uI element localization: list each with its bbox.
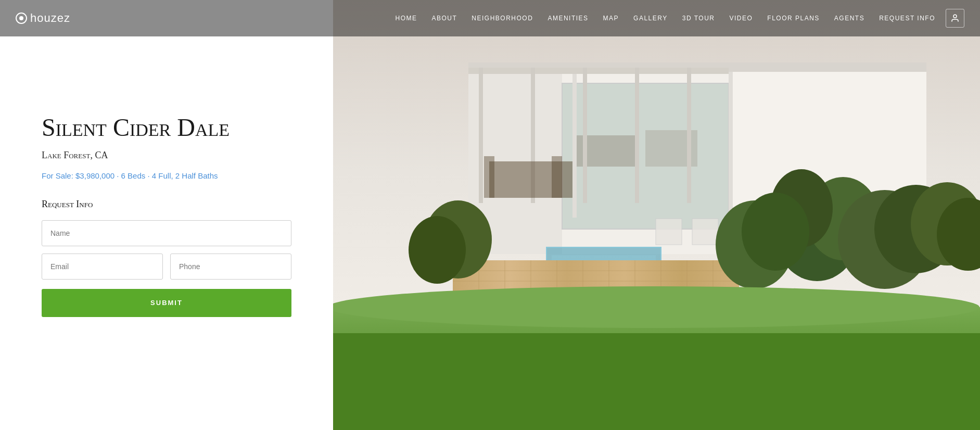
svg-rect-18: [635, 68, 639, 203]
submit-button[interactable]: SUBMIT: [42, 289, 291, 317]
phone-input[interactable]: [170, 254, 291, 280]
logo-icon: [16, 12, 27, 24]
name-field-group: [42, 220, 291, 246]
svg-rect-47: [692, 219, 718, 245]
nav-link-agents[interactable]: AGENTS: [834, 15, 864, 22]
user-icon-button[interactable]: [946, 9, 964, 28]
property-location: Lake Forest, CA: [42, 150, 291, 161]
nav-link-floorplans[interactable]: FLOOR PLANS: [767, 15, 820, 22]
property-info-card: Silent Cider Dale Lake Forest, CA For Sa…: [0, 0, 333, 430]
nav-link-home[interactable]: HOME: [396, 15, 417, 22]
svg-point-56: [742, 193, 809, 271]
nav-link-neighborhood[interactable]: NEIGHBORHOOD: [472, 15, 533, 22]
name-input[interactable]: [42, 220, 291, 246]
nav-link-gallery[interactable]: GALLERY: [633, 15, 668, 22]
nav-link-3dtour[interactable]: 3D TOUR: [682, 15, 715, 22]
brand-logo[interactable]: houzez: [16, 11, 70, 25]
svg-point-58: [409, 216, 466, 284]
request-info-label: Request Info: [42, 199, 291, 210]
nav-link-about[interactable]: ABOUT: [432, 15, 457, 22]
logo-text: houzez: [30, 11, 70, 25]
svg-rect-13: [729, 72, 733, 218]
navbar: houzez HOMEABOUTNEIGHBORHOODAMENITIESMAP…: [0, 0, 980, 36]
svg-rect-12: [572, 72, 577, 218]
svg-rect-61: [328, 333, 980, 430]
logo-inner-circle: [19, 16, 23, 20]
svg-rect-9: [572, 135, 635, 167]
nav-link-video[interactable]: VIDEO: [729, 15, 753, 22]
svg-rect-15: [479, 68, 483, 203]
svg-rect-22: [552, 156, 562, 198]
user-icon: [950, 14, 960, 23]
svg-point-68: [953, 15, 957, 18]
nav-link-map[interactable]: MAP: [603, 15, 619, 22]
nav-link-requestinfo[interactable]: REQUEST INFO: [879, 15, 935, 22]
svg-rect-17: [583, 68, 587, 203]
email-input[interactable]: [42, 254, 163, 280]
svg-rect-46: [656, 219, 682, 245]
svg-rect-21: [484, 156, 494, 198]
property-details: For Sale: $3,980,000 · 6 Beds · 4 Full, …: [42, 170, 291, 182]
svg-point-60: [328, 286, 979, 328]
nav-links: HOMEABOUTNEIGHBORHOODAMENITIESMAPGALLERY…: [396, 15, 935, 22]
property-title: Silent Cider Dale: [42, 113, 291, 142]
email-phone-row: [42, 254, 291, 280]
svg-rect-19: [687, 68, 691, 203]
nav-link-amenities[interactable]: AMENITIES: [548, 15, 588, 22]
